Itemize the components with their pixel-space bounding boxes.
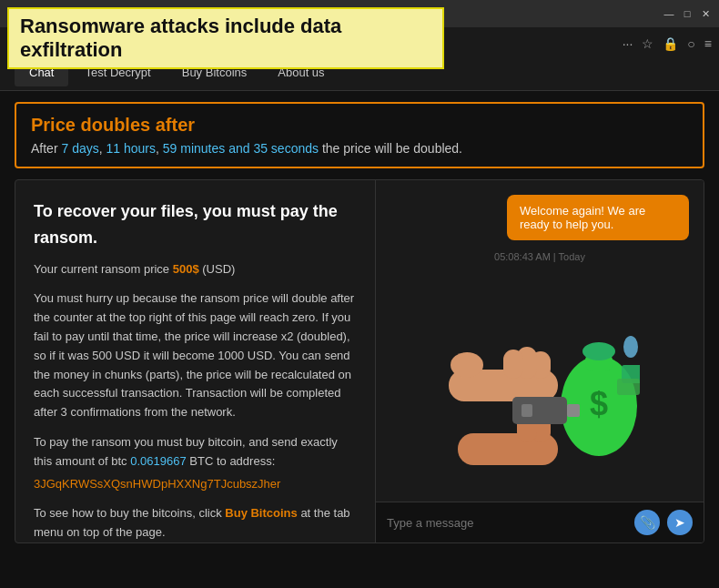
btc-address: 3JGqKRWSsXQsnHWDpHXXNg7TJcubszJher (34, 475, 357, 494)
svg-point-1 (451, 352, 483, 378)
price-title: Price doubles after (31, 115, 688, 136)
send-button[interactable]: ➤ (667, 510, 693, 535)
countdown-prefix: After (31, 141, 58, 156)
minimize-button[interactable]: — (663, 7, 675, 20)
btc-amount: 0.0619667 (130, 454, 189, 468)
close-button[interactable]: ✕ (699, 7, 712, 20)
chat-input[interactable] (387, 516, 627, 530)
ransom-price-line: Your current ransom price 500$ (USD) (34, 260, 357, 279)
countdown-seconds: 35 seconds (253, 141, 319, 156)
svg-rect-17 (522, 404, 532, 417)
attachment-button[interactable]: 📎 (634, 510, 660, 535)
ransom-body: You must hurry up because the ransom pri… (34, 289, 357, 422)
app-window: Chat Test Decrypt Buy Bitcoins About us … (0, 55, 719, 588)
chat-messages: Welcome again! We are ready to help you.… (376, 180, 704, 502)
price-countdown: After 7 days, 11 hours, 59 minutes and 3… (31, 141, 688, 156)
chat-input-area: 📎 ➤ (376, 502, 704, 542)
svg-rect-16 (567, 404, 580, 417)
ransom-heading: To recover your files, you must pay the … (34, 198, 357, 251)
svg-rect-13 (617, 379, 640, 395)
countdown-suffix: the price will be doubled. (322, 141, 462, 156)
maximize-button[interactable]: □ (681, 7, 694, 20)
attachment-icon: 📎 (640, 515, 655, 530)
toolbar-icons: ··· ☆ 🔒 ○ ≡ (623, 36, 712, 51)
left-panel: To recover your files, you must pay the … (15, 180, 376, 542)
buy-bitcoins-link[interactable]: Buy Bitcoins (225, 506, 300, 520)
countdown-hours: 11 hours (106, 141, 156, 156)
price-currency: (USD) (202, 262, 235, 276)
annotation-banner: Ransomware attacks include data exfiltra… (7, 7, 444, 69)
svg-text:$: $ (590, 385, 608, 422)
svg-point-11 (582, 342, 615, 360)
btc-instruction: To pay the ransom you must buy bitcoin, … (34, 433, 357, 471)
buy-link-text: To see how to buy the bitcoins, click Bu… (34, 504, 357, 542)
price-amount: 500$ (173, 262, 199, 276)
svg-rect-4 (503, 350, 523, 379)
price-banner: Price doubles after After 7 days, 11 hou… (15, 102, 704, 168)
more-icon[interactable]: ··· (623, 36, 633, 51)
refresh-icon[interactable]: ○ (687, 36, 694, 51)
menu-icon[interactable]: ≡ (704, 36, 712, 51)
days-value: 7 days (61, 141, 98, 156)
svg-point-14 (623, 336, 638, 358)
price-label: Your current ransom price (34, 262, 169, 276)
send-icon: ➤ (674, 515, 685, 530)
right-panel: Welcome again! We are ready to help you.… (376, 180, 704, 542)
ransom-illustration: $ (390, 269, 689, 487)
chat-bubble-welcome: Welcome again! We are ready to help you. (507, 195, 689, 240)
bookmark-icon[interactable]: ☆ (642, 36, 653, 51)
lock-icon: 🔒 (663, 36, 678, 51)
svg-rect-15 (512, 397, 567, 424)
chat-timestamp: 05:08:43 AM | Today (390, 251, 689, 262)
countdown-and: and (228, 141, 249, 156)
main-content: To recover your files, you must pay the … (15, 179, 704, 543)
countdown-minutes: 59 minutes (163, 141, 225, 156)
